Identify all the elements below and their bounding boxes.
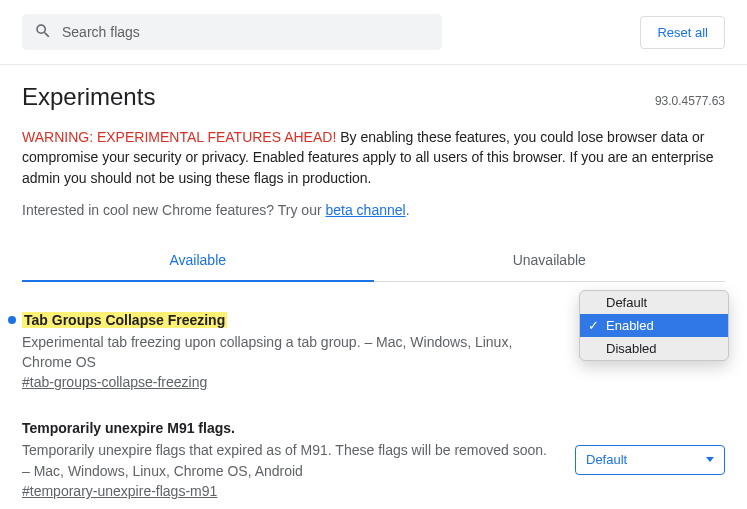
warning-prefix: WARNING: EXPERIMENTAL FEATURES AHEAD! (22, 129, 336, 145)
modified-indicator-dot (8, 316, 16, 324)
interest-line: Interested in cool new Chrome features? … (22, 202, 725, 218)
flag-state-select[interactable]: Default (575, 445, 725, 475)
select-value: Default (586, 452, 627, 467)
flag-description: Temporarily unexpire flags that expired … (22, 440, 557, 481)
flag-row: Tab Groups Collapse Freezing Experimenta… (22, 312, 725, 391)
dropdown-option-disabled[interactable]: Disabled (580, 337, 728, 360)
flag-title: Temporarily unexpire M91 flags. (22, 420, 235, 436)
chevron-down-icon (706, 457, 714, 462)
flag-description: Experimental tab freezing upon collapsin… (22, 332, 557, 373)
flag-row: Temporarily unexpire M91 flags. Temporar… (22, 420, 725, 499)
tabs-bar: Available Unavailable (22, 240, 725, 282)
warning-text: WARNING: EXPERIMENTAL FEATURES AHEAD! By… (22, 127, 725, 188)
check-icon: ✓ (588, 318, 599, 333)
version-label: 93.0.4577.63 (655, 94, 725, 108)
beta-channel-link[interactable]: beta channel (325, 202, 405, 218)
page-title: Experiments (22, 83, 155, 111)
tab-available[interactable]: Available (22, 240, 374, 282)
flag-state-dropdown-menu: Default ✓ Enabled Disabled (579, 290, 729, 361)
dropdown-option-default[interactable]: Default (580, 291, 728, 314)
reset-all-button[interactable]: Reset all (640, 16, 725, 49)
search-icon (34, 22, 52, 43)
search-input[interactable] (62, 24, 430, 40)
tab-unavailable[interactable]: Unavailable (374, 240, 726, 282)
dropdown-option-enabled[interactable]: ✓ Enabled (580, 314, 728, 337)
flag-anchor-link[interactable]: #temporary-unexpire-flags-m91 (22, 483, 217, 499)
flag-anchor-link[interactable]: #tab-groups-collapse-freezing (22, 374, 207, 390)
search-box[interactable] (22, 14, 442, 50)
flag-title: Tab Groups Collapse Freezing (22, 312, 227, 328)
